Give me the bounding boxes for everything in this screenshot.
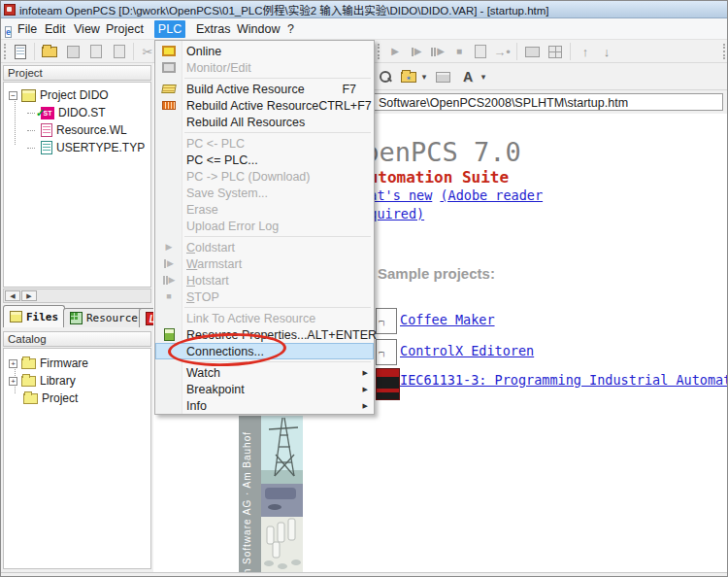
properties-icon	[160, 328, 178, 342]
menu-bar: e File Edit View Project PLC Extras Wind…	[1, 18, 728, 40]
coffee-maker-link[interactable]: Coffee Maker	[400, 312, 495, 327]
menu-view[interactable]: View	[69, 20, 105, 38]
tree-item-resource-wl[interactable]: Resource.WL	[27, 121, 127, 139]
scroll-right-button[interactable]: ▶	[21, 290, 37, 301]
menu-file[interactable]: File	[13, 20, 42, 38]
st-file-icon: ST✓	[41, 107, 54, 119]
favorites-button[interactable]: ✶	[398, 67, 419, 86]
toolbar-grip[interactable]	[4, 44, 7, 59]
menu-item-breakpoint[interactable]: Breakpoint ▶	[155, 381, 374, 397]
menu-project[interactable]: Project	[101, 20, 149, 38]
menu-item-build-active-resource[interactable]: Build Active Resource F7	[155, 81, 374, 97]
ladder-doc-icon	[376, 308, 397, 334]
coldstart-icon: ▶	[160, 241, 178, 255]
menu-item-upload-error-log[interactable]: Upload Error Log	[155, 218, 374, 234]
tree-item-dido-st[interactable]: ST✓ DIDO.ST	[27, 104, 106, 121]
caret-down-icon: ▾	[422, 73, 427, 82]
resource-file-icon	[41, 123, 52, 137]
menu-item-info[interactable]: Info ▶	[155, 397, 374, 414]
iec61131-link[interactable]: IEC61131-3: Programming Industrial Autom…	[400, 372, 728, 388]
monitor-edit-icon	[160, 61, 178, 75]
down-arrow-icon: ↓	[604, 46, 611, 58]
folder-icon	[21, 358, 36, 369]
tree-label: Firmware	[40, 356, 88, 370]
whats-new-links: What's new (Adobe reader required)	[353, 187, 561, 223]
font-button[interactable]: A	[457, 67, 479, 86]
controlx-link[interactable]: ControlX Editoren	[400, 343, 534, 358]
save-button[interactable]	[62, 42, 83, 61]
menu-item-coldstart[interactable]: ▶ Coldstart	[155, 239, 374, 255]
menu-separator	[184, 307, 371, 308]
shortcut: CTRL+F7	[318, 99, 372, 113]
step-button[interactable]: →•	[491, 42, 513, 61]
menu-item-pc-from-plc[interactable]: PC <- PLC	[155, 135, 374, 152]
up-arrow-icon: ↑	[582, 46, 589, 58]
zoom-button[interactable]	[375, 67, 396, 86]
tree-item-usertype-typ[interactable]: USERTYPE.TYP	[27, 139, 145, 156]
coldstart-button[interactable]: ▶	[384, 42, 406, 61]
blank-icon	[160, 399, 178, 413]
toolbar-separator	[34, 43, 35, 60]
open-button[interactable]	[39, 42, 60, 61]
tree-connector	[27, 113, 35, 114]
page-subheading: Automation Suite	[359, 168, 509, 187]
menu-item-online[interactable]: Online	[155, 43, 374, 59]
menu-item-warmstart[interactable]: ▶ Warmstart	[155, 255, 374, 272]
hotstart-button[interactable]: ▶	[427, 42, 448, 61]
menu-window[interactable]: Window	[232, 20, 284, 38]
printer-icon	[436, 72, 450, 83]
print-button[interactable]	[432, 67, 453, 86]
menu-item-stop[interactable]: ■ STOP	[155, 288, 374, 305]
document-icon	[475, 45, 486, 58]
save-all-button[interactable]	[109, 42, 130, 61]
warmstart-button[interactable]: ▶	[406, 42, 427, 61]
tree-label: Project DIDO	[40, 88, 109, 102]
collapse-box[interactable]: −	[9, 91, 17, 100]
document-button[interactable]	[470, 42, 491, 61]
menu-item-hotstart[interactable]: ▶ Hotstart	[155, 272, 374, 288]
toolbar-grip[interactable]	[723, 44, 726, 59]
copy-pages-button[interactable]	[85, 42, 107, 61]
menu-item-pc-le-plc[interactable]: PC <= PLC...	[155, 152, 374, 168]
new-document-button[interactable]	[10, 42, 31, 61]
menu-item-rebuild-all-resources[interactable]: Rebuild All Resources	[155, 114, 374, 130]
catalog-pane-header: Catalog	[3, 331, 151, 347]
tree-label: DIDO.ST	[58, 106, 106, 119]
scroll-left-button[interactable]: ◀	[5, 290, 20, 301]
menu-item-rebuild-active-resource[interactable]: Rebuild Active Resource CTRL+F7	[155, 97, 374, 114]
menu-help[interactable]: ?	[282, 20, 299, 38]
catalog-item-library[interactable]: + Library	[9, 372, 76, 390]
tree-label: Project	[42, 391, 78, 405]
project-link-row: Coffee Maker	[376, 308, 728, 339]
menu-extras[interactable]: Extras	[191, 20, 235, 38]
tab-files[interactable]: Files	[3, 305, 65, 327]
split-window-button[interactable]	[545, 42, 566, 61]
stop-button[interactable]: ■	[448, 42, 470, 61]
hotstart-icon: ▶	[160, 274, 178, 288]
menu-item-save-system[interactable]: Save System...	[155, 185, 374, 201]
project-link-row: IEC61131-3: Programming Industrial Autom…	[376, 368, 728, 403]
hotstart-icon: ▶	[437, 47, 445, 56]
expand-box[interactable]: +	[9, 377, 17, 386]
font-caret[interactable]: ▾	[478, 67, 489, 86]
move-down-button[interactable]: ↓	[596, 42, 617, 61]
project-tree-hscrollbar[interactable]: ◀ ▶	[3, 288, 151, 303]
menu-plc[interactable]: PLC	[154, 20, 185, 38]
menu-edit[interactable]: Edit	[40, 20, 71, 38]
tree-item-project-dido[interactable]: − Project DIDO	[9, 86, 109, 104]
favorites-caret[interactable]: ▾	[418, 67, 430, 86]
menu-item-monitor-edit[interactable]: Monitor/Edit	[155, 59, 374, 76]
menu-item-link-to-active-resource[interactable]: Link To Active Resource	[155, 310, 374, 326]
tab-library[interactable]: L	[139, 308, 153, 327]
expand-box[interactable]: +	[9, 359, 17, 368]
files-tab-icon	[10, 311, 22, 322]
toolbar-separator	[516, 43, 517, 60]
toolbar-grip[interactable]	[378, 44, 381, 59]
catalog-item-firmware[interactable]: + Firmware	[9, 355, 88, 372]
move-up-button[interactable]: ↑	[575, 42, 596, 61]
monitor-button[interactable]	[521, 42, 543, 61]
menu-item-pc-to-plc-download[interactable]: PC -> PLC (Download)	[155, 168, 374, 185]
catalog-item-project[interactable]: Project	[19, 390, 78, 407]
menu-item-erase[interactable]: Erase	[155, 201, 374, 218]
menu-item-watch[interactable]: Watch ▶	[155, 364, 374, 381]
